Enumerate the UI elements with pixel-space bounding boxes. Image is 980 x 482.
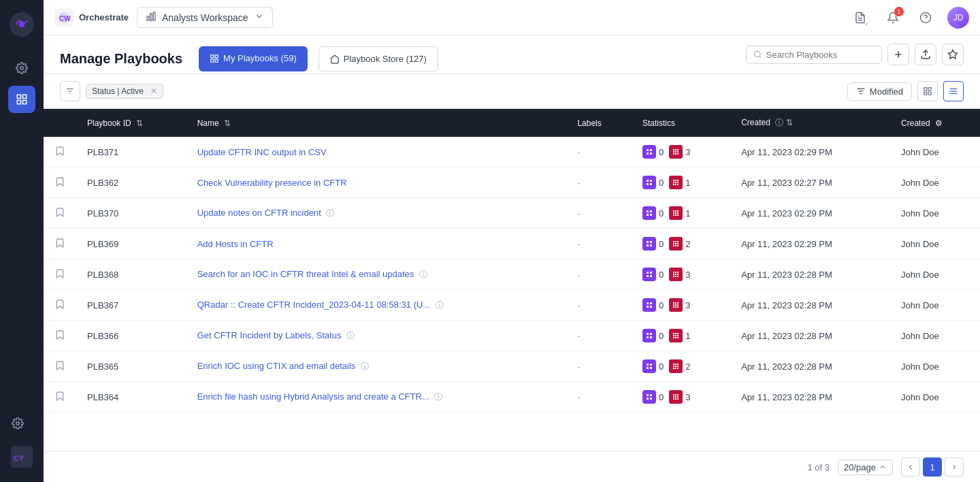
workspace-selector[interactable]: Analysts Workspace (137, 7, 273, 28)
tab-my-playbooks[interactable]: My Playbooks (59) (199, 46, 308, 71)
svg-rect-87 (675, 241, 676, 242)
stat-count-2: 1 (685, 208, 690, 219)
row-bookmark-cell (44, 321, 76, 351)
page-1-button[interactable]: 1 (923, 457, 942, 477)
row-bookmark-cell (44, 137, 76, 167)
page-title: Manage Playbooks (60, 51, 182, 67)
row-playbook-id: PLB369 (76, 229, 186, 259)
add-playbook-button[interactable] (887, 44, 909, 65)
filter-tag-close-button[interactable]: ✕ (150, 86, 157, 96)
search-playbooks-input[interactable] (766, 50, 875, 60)
grid-view-button[interactable] (917, 81, 938, 101)
info-icon[interactable]: ⓘ (434, 392, 442, 402)
svg-rect-108 (647, 302, 649, 304)
per-page-selector[interactable]: 20/page (838, 460, 893, 475)
sidebar-item-gear[interactable] (4, 410, 31, 437)
playbook-name-link[interactable]: Enrich file hash using Hybrid Analysis a… (197, 391, 429, 402)
user-avatar[interactable]: JD (947, 7, 969, 29)
col-name[interactable]: Name ⇅ (186, 109, 567, 137)
sidebar-item-settings[interactable] (8, 54, 35, 82)
workspace-name: Analysts Workspace (162, 12, 249, 23)
bookmark-icon[interactable] (54, 299, 65, 310)
page-header-actions (746, 44, 964, 74)
playbook-name-link[interactable]: Update notes on CFTR incident (197, 208, 321, 218)
svg-rect-121 (647, 333, 649, 335)
row-created-date: Apr 11, 2023 02:28 PM (730, 351, 890, 382)
playbook-name-link[interactable]: QRadar :: Create CFTR Incident_2023-04-1… (197, 300, 431, 310)
playbook-name-link[interactable]: Add Hosts in CFTR (197, 239, 274, 249)
info-icon[interactable]: ⓘ (436, 300, 444, 310)
favorites-button[interactable] (942, 44, 964, 65)
tab-playbook-store[interactable]: Playbook Store (127) (318, 46, 438, 71)
svg-rect-123 (647, 336, 649, 338)
bookmark-icon[interactable] (54, 360, 65, 371)
stat-count-2: 3 (685, 270, 690, 280)
svg-rect-139 (675, 364, 676, 365)
bookmark-icon[interactable] (54, 207, 65, 218)
search-playbooks-box[interactable] (746, 46, 882, 64)
row-created-date: Apr 11, 2023 02:27 PM (730, 167, 890, 198)
prev-page-button[interactable] (901, 457, 920, 477)
stat-apps-icon (642, 298, 656, 312)
row-statistics-cell: 0 2 (632, 351, 730, 382)
next-page-button[interactable] (945, 457, 964, 477)
svg-rect-76 (673, 212, 674, 214)
info-icon[interactable]: ⓘ (361, 362, 369, 371)
bookmark-icon[interactable] (54, 391, 65, 402)
row-statistics-cell: 0 1 (632, 198, 730, 229)
col-created[interactable]: Created ⓘ ⇅ (730, 109, 890, 137)
row-created-date: Apr 11, 2023 02:29 PM (730, 198, 890, 229)
bookmark-icon[interactable] (54, 176, 65, 187)
filter-options-button[interactable] (60, 81, 80, 101)
bookmark-icon[interactable] (54, 268, 65, 279)
playbook-name-link[interactable]: Search for an IOC in CFTR threat Intel &… (197, 269, 414, 279)
bookmark-icon[interactable] (54, 146, 65, 157)
stat-apps-icon (642, 268, 656, 281)
svg-rect-109 (650, 302, 652, 304)
col-playbook-id[interactable]: Playbook ID ⇅ (76, 109, 186, 137)
table-body: PLB371 Update CFTR INC output in CSV - (44, 137, 980, 413)
svg-point-1 (19, 22, 24, 27)
playbook-name-link[interactable]: Get CFTR Incident by Labels, Status (197, 330, 342, 340)
info-icon[interactable]: ⓘ (326, 208, 334, 218)
playbook-name-link[interactable]: Enrich IOC using CTIX and email details (197, 361, 356, 371)
row-name-cell: Add Hosts in CFTR (186, 229, 567, 259)
app-logo: CW Orchestrate (54, 8, 129, 27)
svg-rect-39 (924, 92, 927, 95)
col-bookmark (44, 109, 76, 137)
sort-button[interactable]: Modified (847, 82, 912, 101)
notification-bell-icon[interactable]: 1 (882, 7, 904, 29)
svg-rect-47 (673, 149, 674, 150)
info-icon[interactable]: ⓘ (419, 270, 427, 279)
svg-rect-75 (677, 210, 679, 212)
svg-rect-59 (650, 183, 652, 185)
list-view-button[interactable] (943, 81, 964, 101)
export-button[interactable] (915, 44, 936, 65)
info-icon[interactable]: ⓘ (346, 331, 355, 340)
col-statistics: Statistics (632, 109, 730, 137)
playbook-name-link[interactable]: Check Vulnerability presence in CFTR (197, 178, 347, 188)
svg-rect-83 (650, 241, 652, 243)
row-name-cell: Search for an IOC in CFTR threat Intel &… (186, 259, 567, 290)
svg-rect-93 (675, 245, 676, 246)
svg-rect-113 (675, 302, 676, 304)
svg-rect-94 (677, 245, 679, 246)
row-created-date: Apr 11, 2023 02:29 PM (730, 137, 890, 167)
bookmark-icon[interactable] (54, 238, 65, 248)
table-row: PLB370 Update notes on CFTR incident ⓘ - (44, 198, 980, 229)
svg-rect-129 (675, 335, 676, 336)
svg-rect-115 (673, 304, 674, 306)
doc-icon-button[interactable] (849, 7, 871, 29)
sidebar-item-playbooks[interactable] (8, 86, 35, 113)
stat-count-1: 0 (659, 392, 664, 402)
bookmark-icon[interactable] (54, 330, 65, 340)
svg-rect-74 (675, 210, 676, 212)
toolbar-right: Modified (847, 81, 964, 101)
svg-rect-53 (673, 153, 674, 155)
svg-rect-147 (647, 394, 649, 396)
help-icon-button[interactable] (915, 7, 936, 29)
page-navigation: 1 (901, 457, 964, 477)
svg-rect-130 (677, 335, 679, 336)
playbook-name-link[interactable]: Update CFTR INC output in CSV (197, 147, 327, 157)
row-bookmark-cell (44, 290, 76, 321)
